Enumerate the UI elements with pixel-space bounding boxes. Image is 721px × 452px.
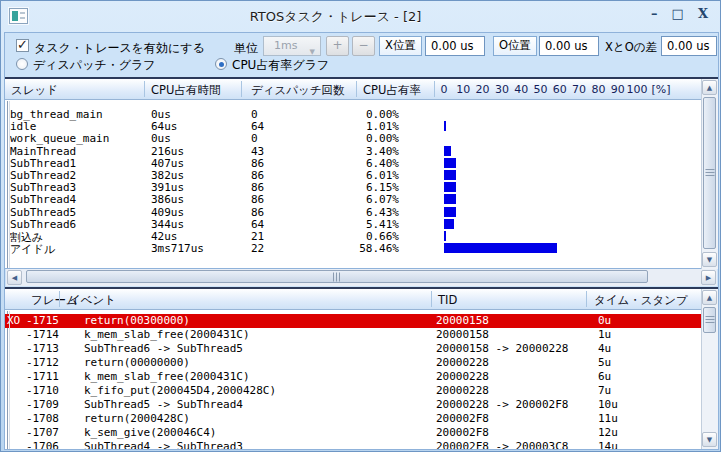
event-row[interactable]: -1709SubThread5 -> SubThread420000228 ->… — [5, 398, 701, 412]
dispatch-count-value: 22 — [251, 242, 264, 255]
col-thread: スレッド — [11, 83, 58, 98]
frame-number: -1709 — [21, 398, 59, 411]
event-row[interactable]: -1708return(2000428C)200002F811u — [5, 412, 701, 426]
zoom-out-button[interactable]: − — [352, 36, 375, 56]
scroll-up-icon[interactable]: ▲ — [702, 80, 717, 95]
horizontal-scrollbar[interactable]: ◀ ▶ — [6, 269, 717, 286]
event-name: k_mem_slab_free(2000431C) — [84, 370, 250, 383]
o-position-field[interactable]: 0.00 us — [539, 36, 599, 56]
cpu-usage-bar — [444, 231, 446, 241]
thread-row[interactable]: work_queue_main0us00.00% — [5, 132, 701, 145]
thread-row[interactable]: SubThread6344us645.41% — [5, 218, 701, 231]
thread-row[interactable]: SubThread4386us866.07% — [5, 193, 701, 206]
titlebar[interactable]: RTOSタスク・トレース - [2] – □ X — [1, 1, 720, 31]
col-cpu-time: CPU占有時間 — [151, 83, 220, 98]
scale-tick-label: 10 — [456, 83, 470, 96]
cpu-usage-value: 5.41% — [341, 218, 399, 231]
thread-row[interactable]: SubThread1407us866.40% — [5, 157, 701, 170]
thread-table-body: bg_thread_main0us00.00%idle64us641.01%wo… — [5, 101, 701, 268]
scale-tick-label: 0 — [441, 83, 448, 96]
x-position-button[interactable]: X位置 — [379, 36, 422, 56]
vscroll-thumb[interactable] — [703, 97, 716, 249]
scroll-left-icon[interactable]: ◀ — [7, 270, 22, 285]
cpu-usage-bar — [444, 121, 446, 131]
thread-name: work_queue_main — [10, 132, 109, 145]
cpu-usage-value: 0.66% — [341, 230, 399, 243]
thread-row[interactable]: アイドル3ms717us2258.46% — [5, 242, 701, 255]
event-name: SubThread4 -> SubThread3 — [84, 440, 243, 449]
close-button[interactable]: X — [698, 6, 708, 22]
thread-row[interactable]: idle64us641.01% — [5, 120, 701, 133]
dispatch-count-value: 86 — [251, 206, 264, 219]
thread-name: SubThread2 — [10, 169, 76, 182]
thread-row[interactable]: MainThread216us433.40% — [5, 145, 701, 158]
maximize-button[interactable]: □ — [672, 6, 684, 22]
event-row[interactable]: -1707k_sem_give(200046C4)200002F812u — [5, 426, 701, 440]
o-position-button[interactable]: O位置 — [493, 36, 537, 56]
enable-trace-checkbox[interactable] — [16, 39, 29, 52]
cpu-usage-value: 0.00% — [341, 108, 399, 121]
thread-row[interactable]: SubThread5409us866.43% — [5, 206, 701, 219]
cpu-time-value: 382us — [151, 169, 184, 182]
scale-tick-label: 90 — [611, 83, 625, 96]
cpu-time-value: 42us — [151, 230, 178, 243]
scroll-down-icon[interactable]: ▼ — [702, 432, 717, 447]
frame-number: -1706 — [21, 440, 59, 449]
radio-dispatch-label: ディスパッチ・グラフ — [33, 57, 156, 74]
event-table-header: フレーム イベント TID タイム・スタンプ — [5, 289, 718, 310]
minimize-button[interactable]: – — [651, 6, 658, 22]
dispatch-count-value: 86 — [251, 181, 264, 194]
x-position-field[interactable]: 0.00 us — [425, 36, 485, 56]
cpu-usage-value: 58.46% — [341, 242, 399, 255]
dispatch-count-value: 0 — [251, 108, 258, 121]
cpu-usage-bar — [444, 158, 456, 168]
vscroll-thumb[interactable] — [703, 307, 716, 333]
frame-number: -1707 — [21, 426, 59, 439]
timestamp-value: 11u — [598, 412, 618, 425]
event-row[interactable]: -1706SubThread4 -> SubThread3200002F8 ->… — [5, 440, 701, 449]
cpu-time-value: 3ms717us — [151, 242, 204, 255]
scale-tick-label: 60 — [553, 83, 567, 96]
event-name: k_sem_give(200046C4) — [84, 426, 216, 439]
scale-tick-label: [%] — [651, 83, 670, 96]
cpu-usage-value: 6.01% — [341, 169, 399, 182]
tid-value: 20000228 — [436, 370, 489, 383]
xo-diff-field[interactable]: 0.00 us — [661, 36, 717, 56]
window-icon[interactable] — [9, 8, 28, 24]
timestamp-value: 0u — [598, 314, 611, 327]
event-row[interactable]: -1710k_fifo_put(200045D4,2000428C)200002… — [5, 384, 701, 398]
thread-row[interactable]: bg_thread_main0us00.00% — [5, 108, 701, 121]
timestamp-value: 14u — [598, 440, 618, 449]
scroll-right-icon[interactable]: ▶ — [701, 270, 716, 285]
zoom-in-button[interactable]: + — [326, 36, 349, 56]
frame-number: -1708 — [21, 412, 59, 425]
event-row[interactable]: -1714k_mem_slab_free(2000431C)200001581u — [5, 328, 701, 342]
dispatch-count-value: 21 — [251, 230, 264, 243]
cpu-time-value: 0us — [151, 108, 171, 121]
event-row[interactable]: -1711k_mem_slab_free(2000431C)200002286u — [5, 370, 701, 384]
unit-select[interactable]: 1ms ▼ — [263, 36, 321, 56]
timestamp-value: 1u — [598, 328, 611, 341]
event-row[interactable]: XO-1715return(00300000)200001580u — [5, 314, 701, 328]
tid-value: 200002F8 — [436, 426, 489, 439]
hscroll-thumb[interactable] — [26, 270, 648, 283]
cpu-usage-value: 6.43% — [341, 206, 399, 219]
thread-row[interactable]: SubThread2382us866.01% — [5, 169, 701, 182]
event-row[interactable]: -1713SubThread6 -> SubThread520000158 ->… — [5, 342, 701, 356]
scale-tick-label: 70 — [572, 83, 586, 96]
scroll-up-icon[interactable]: ▲ — [702, 290, 717, 305]
dispatch-count-value: 64 — [251, 218, 264, 231]
thread-row[interactable]: SubThread3391us866.15% — [5, 181, 701, 194]
thread-name: idle — [10, 120, 37, 133]
rtos-trace-window: RTOSタスク・トレース - [2] – □ X タスク・トレースを有効にする … — [0, 0, 721, 452]
radio-cpu-graph[interactable] — [215, 58, 227, 70]
scroll-down-icon[interactable]: ▼ — [702, 252, 717, 267]
cpu-time-value: 386us — [151, 193, 184, 206]
thread-table-header: スレッド CPU占有時間 ディスパッチ回数 CPU占有率 01020304050… — [5, 79, 718, 100]
radio-dispatch-graph[interactable] — [16, 58, 28, 70]
thread-table-vscrollbar[interactable]: ▲ ▼ — [701, 79, 718, 269]
event-table-vscrollbar[interactable]: ▲ ▼ — [701, 289, 718, 449]
event-row[interactable]: -1712return(00000000)200002285u — [5, 356, 701, 370]
cpu-usage-bar — [444, 182, 456, 192]
thread-row[interactable]: 割込み42us210.66% — [5, 230, 701, 243]
